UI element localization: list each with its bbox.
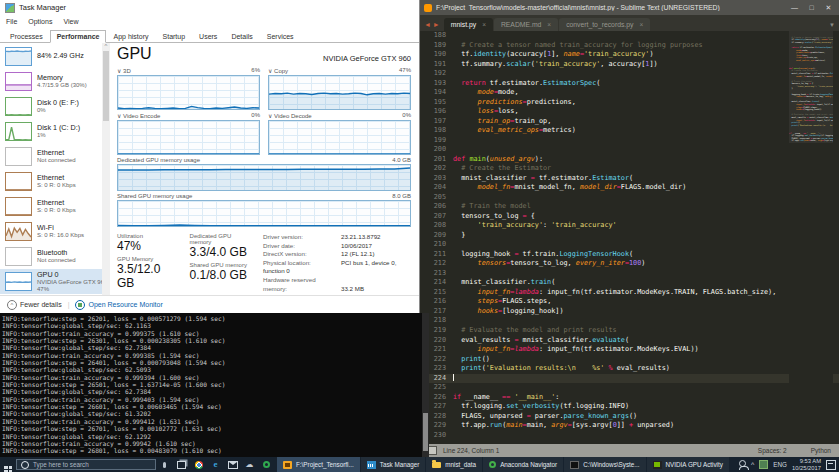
line-number: 194	[420, 88, 453, 98]
sidebar-scrollbar[interactable]: ^	[102, 43, 110, 296]
menu-options[interactable]: Options	[28, 18, 52, 25]
console-line: INFO:tensorflow:train_accuracy = 0.99942…	[2, 440, 421, 447]
taskbar-app-nvidia[interactable]: NVIDIA GPU Activity	[647, 457, 729, 472]
menu-file[interactable]: File	[6, 18, 17, 25]
code-line: 202 # Create the Estimator	[420, 164, 839, 174]
tab-nav-arrows-icon[interactable]: ◄ ►	[422, 21, 444, 31]
open-resource-monitor-link[interactable]: Open Resource Monitor	[75, 300, 162, 310]
sidebar-item-cpu[interactable]: 84% 2.49 GHz	[0, 44, 110, 69]
tab-close-icon[interactable]: ×	[639, 21, 643, 28]
ethernet-3-mini-chart	[5, 197, 32, 216]
taskbar-search-input[interactable]: Type here to search	[16, 459, 156, 470]
minimap[interactable]: # Create a tensor named train_accuracy f…	[789, 31, 833, 444]
tab-processes[interactable]: Processes	[3, 30, 50, 43]
stat-value: 47%	[117, 239, 176, 253]
indent-setting[interactable]: Spaces: 2	[758, 447, 787, 454]
gpu-panel: GPU NVIDIA GeForce GTX 960 ∨ 3D6%∨ Copy4…	[110, 43, 419, 296]
task-manager-titlebar[interactable]: Task Manager	[0, 0, 419, 15]
windows-logo-icon	[4, 466, 12, 472]
tab-close-icon[interactable]: ×	[482, 21, 486, 28]
sidebar-item-bluetooth[interactable]: BluetoothNot connected	[0, 244, 110, 269]
task-view-icon[interactable]	[173, 457, 190, 472]
code-line: 204 model_fn=mnist_model_fn, model_dir=F…	[420, 183, 839, 193]
action-center-icon[interactable]	[826, 460, 836, 470]
sidebar-item-label: GPU 0	[37, 271, 100, 279]
gpu-chart-copy: ∨ Copy47%	[268, 65, 411, 110]
sidebar-item-memory[interactable]: Memory4.7/15.9 GB (30%)	[0, 69, 110, 94]
editor-tab-readme-md[interactable]: README.md×	[494, 18, 558, 31]
chrome-icon[interactable]	[190, 457, 207, 472]
tray-chevron-up-icon[interactable]: ^	[751, 461, 754, 468]
language-indicator[interactable]: ENG	[773, 461, 787, 468]
sidebar-item-ethernet-2[interactable]: EthernetS: 0 R: 0 Kbps	[0, 169, 110, 194]
close-button[interactable]: ✕	[822, 4, 835, 12]
taskbar-app-task-manager[interactable]: Task Manager	[361, 457, 426, 472]
clock[interactable]: 9:53 AM 10/25/2017	[792, 458, 821, 471]
console-window[interactable]: INFO:tensorflow:step = 26201, loss = 0.0…	[0, 313, 429, 457]
line-number: 203	[420, 174, 453, 184]
code-line: 205	[420, 193, 839, 203]
line-number: 192	[420, 69, 453, 79]
code-editor[interactable]: 188189 # Create a tensor named train_acc…	[420, 31, 839, 444]
editor-tab-convert-to-records-py[interactable]: convert_to_records.py×	[559, 18, 650, 31]
sidebar-item-ethernet-3[interactable]: EthernetS: 0 R: 0 Kbps	[0, 194, 110, 219]
tab-app-history[interactable]: App history	[106, 30, 155, 43]
code-line: 194 mode=mode,	[420, 88, 839, 98]
code-line: 203 mnist_classifier = tf.estimator.Esti…	[420, 174, 839, 184]
chart-plot-area	[268, 120, 411, 155]
sidebar-item-ethernet-1[interactable]: EthernetNot connected	[0, 144, 110, 169]
maximize-button[interactable]: □	[805, 4, 818, 11]
taskbar-app-cmd[interactable]: C:\Windows\Syste...	[564, 457, 645, 472]
sidebar-item-sub: 84% 2.49 GHz	[37, 52, 84, 60]
nvidia-icon	[653, 461, 662, 469]
task-manager-window: Task Manager File Options View Processes…	[0, 0, 420, 313]
tab-close-icon[interactable]: ×	[547, 21, 551, 28]
menu-view[interactable]: View	[63, 18, 78, 25]
sidebar-item-wifi[interactable]: Wi-FiS: 0 R: 16.0 Kbps	[0, 219, 110, 244]
detail-value: 23.21.13.8792	[341, 233, 381, 240]
tab-services[interactable]: Services	[260, 30, 301, 43]
tab-startup[interactable]: Startup	[156, 30, 193, 43]
taskbar-app-anaconda[interactable]: Anaconda Navigator	[483, 457, 563, 472]
sidebar-item-disk-0[interactable]: Disk 0 (E: F:)0%	[0, 94, 110, 119]
line-number: 216	[420, 297, 453, 307]
task-manager-title: Task Manager	[19, 3, 66, 12]
tab-details[interactable]: Details	[224, 30, 259, 43]
gpu-memory-charts: Dedicated GPU memory usage4.0 GBShared G…	[117, 157, 411, 227]
fewer-details-button[interactable]: ^ Fewer details	[7, 300, 62, 310]
cloud-icon[interactable]: ☁	[241, 457, 258, 472]
taskbar-app-folder[interactable]: mnist_data	[426, 457, 482, 472]
sidebar-item-sub: S: 0 R: 0 Kbps	[37, 182, 76, 189]
code-line: 220 eval_results = mnist_classifier.eval…	[420, 336, 839, 346]
gpu-details: Driver version:23.21.13.8792Driver date:…	[263, 233, 411, 293]
stat-shared-gpu-memory: Shared GPU memory0.1/8.0 GB	[190, 262, 249, 282]
mail-icon[interactable]	[224, 457, 241, 472]
sublime-titlebar[interactable]: F:\Project_Tensorflow\models-master\offi…	[420, 0, 839, 15]
syntax-setting[interactable]: Python	[811, 447, 831, 454]
task-manager-menubar: File Options View	[0, 15, 419, 27]
chart-label: ∨ Copy	[268, 67, 288, 74]
chart-plot-area	[117, 200, 411, 227]
start-button[interactable]	[0, 455, 16, 472]
people-icon[interactable]	[739, 460, 746, 467]
taskbar-app-console[interactable]: F:\Project_Tensorfl...	[277, 457, 360, 472]
tab-performance[interactable]: Performance	[50, 30, 107, 43]
chart-label: ∨ Video Encode	[117, 112, 160, 119]
status-icon[interactable]	[428, 446, 437, 455]
chart-label: ∨ 3D	[117, 67, 131, 74]
microphone-icon[interactable]	[156, 457, 173, 472]
minimize-button[interactable]: —	[788, 4, 801, 11]
tab-users[interactable]: Users	[192, 30, 224, 43]
green-app-icon[interactable]	[258, 457, 275, 472]
sidebar-item-disk-1[interactable]: Disk 1 (C: D:)1%	[0, 119, 110, 144]
code-line: 215 input_fn=lambda: input_fn(tf.estimat…	[420, 288, 839, 298]
console-scrollbar[interactable]	[422, 313, 429, 457]
sidebar-item-gpu-0[interactable]: GPU 0NVIDIA GeForce GTX 96047%	[0, 269, 110, 294]
sidebar-item-label: Memory	[37, 74, 87, 82]
edge-icon[interactable]: e	[207, 457, 224, 472]
taskbar-app-label: Anaconda Navigator	[500, 461, 557, 468]
editor-tab-mnist-py[interactable]: mnist.py×	[444, 18, 493, 31]
tab-overflow-icon[interactable]: ▼	[829, 22, 835, 28]
code-line: 195 predictions=predictions,	[420, 98, 839, 108]
tray-app-icon[interactable]	[759, 460, 768, 469]
